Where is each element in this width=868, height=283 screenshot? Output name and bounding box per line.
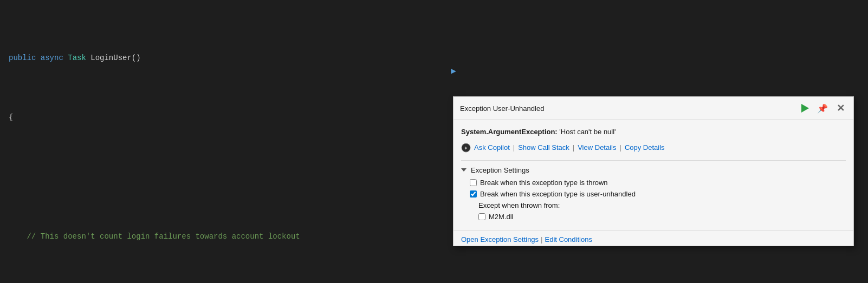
type-task: Task [68,52,86,64]
pin-button[interactable]: 📌 [815,102,830,115]
footer-separator: | [539,235,545,243]
code-line-1: public async Task LoginUser() [0,52,868,64]
except-label: Except when thrown from: [478,201,560,209]
continue-button[interactable] [800,103,811,114]
view-details-link[interactable]: View Details [576,143,617,152]
checkbox-row-2: Break when this exception type is user-u… [461,190,846,198]
user-unhandled-checkbox-label: Break when this exception type is user-u… [480,190,636,198]
copilot-icon: ✦ [461,143,471,153]
close-button[interactable]: ✕ [834,101,847,115]
thrown-checkbox[interactable] [470,179,477,186]
exception-detail: 'Host can't be null' [558,128,616,136]
separator-3: | [617,143,623,152]
open-exception-settings-link[interactable]: Open Exception Settings [461,235,539,243]
pin-icon: 📌 [817,103,828,114]
popup-links: ✦ Ask Copilot | Show Call Stack | View D… [461,143,846,153]
popup-title: Exception User-Unhandled [460,104,544,113]
exception-message: System.ArgumentException: 'Host can't be… [461,127,846,137]
exception-settings-section: Exception Settings Break when this excep… [461,160,846,221]
popup-body: System.ArgumentException: 'Host can't be… [454,120,853,231]
user-unhandled-checkbox[interactable] [470,190,477,198]
settings-header-label: Exception Settings [471,166,529,174]
edit-conditions-link[interactable]: Edit Conditions [545,235,592,243]
method-name: LoginUser() [86,52,141,64]
show-call-stack-link[interactable]: Show Call Stack [517,143,571,152]
settings-header: Exception Settings [461,166,846,174]
ask-copilot-link[interactable]: Ask Copilot [473,143,511,152]
copy-details-link[interactable]: Copy Details [624,143,666,152]
except-row: Except when thrown from: [461,201,846,209]
play-triangle-icon [801,104,809,113]
m2m-checkbox[interactable] [478,213,485,220]
separator-1: | [511,143,517,152]
thrown-checkbox-label: Break when this exception type is thrown [480,179,608,187]
close-icon: ✕ [837,102,845,114]
popup-footer: Open Exception Settings | Edit Condition… [454,231,853,246]
checkbox-row-1: Break when this exception type is thrown [461,179,846,187]
popup-controls: 📌 ✕ [800,101,847,115]
popup-header: Exception User-Unhandled 📌 ✕ [454,97,853,120]
checkbox-row-3: M2M.dll [461,213,846,221]
keyword-public: public [9,52,41,64]
exception-type: System.ArgumentException: [461,128,558,136]
separator-2: | [571,143,576,152]
collapse-triangle-icon [461,168,467,172]
keyword-async: async [41,52,68,64]
svg-text:✦: ✦ [464,146,468,151]
m2m-checkbox-label: M2M.dll [489,213,514,221]
exception-popup: Exception User-Unhandled 📌 ✕ System.Argu… [453,96,854,246]
